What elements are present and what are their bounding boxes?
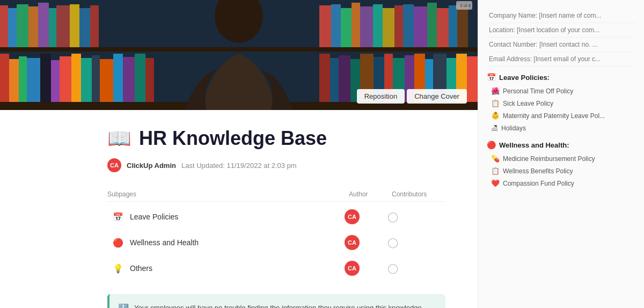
svg-rect-58	[457, 4, 468, 47]
svg-rect-29	[90, 5, 99, 47]
svg-rect-32	[339, 55, 350, 102]
wellness-benefits-icon: 📋	[491, 167, 500, 175]
updated-text: Last Updated: 11/19/2022 at 2:03 pm	[181, 162, 297, 170]
svg-rect-8	[40, 54, 51, 102]
medicine-icon: 💊	[491, 155, 500, 163]
wellness-section-header: 🔴 Wellness and Health:	[487, 141, 635, 149]
author-avatar-leave: CA	[345, 209, 360, 224]
info-text: Your employees will have no trouble find…	[134, 303, 437, 308]
svg-rect-30	[319, 54, 330, 102]
page-title: HR Knowledge Base	[139, 127, 327, 150]
right-sidebar: Company Name: [Insert name of com... Loc…	[478, 0, 644, 308]
contact-field: Contact Number: [Insert contact no. ...	[487, 38, 635, 52]
sidebar-item-compassion[interactable]: ❤️ Compassion Fund Policy	[487, 177, 635, 189]
holidays-label: Holidays	[501, 124, 526, 132]
company-name-field: Company Name: [Insert name of com...	[487, 9, 635, 23]
svg-rect-53	[403, 4, 414, 47]
page-title-row: 📖 HR Knowledge Base	[107, 127, 445, 150]
row-contributors-others: ◯	[387, 262, 441, 274]
contributor-icon-others: ◯	[387, 262, 398, 274]
svg-rect-55	[427, 3, 437, 47]
page-body: 📖 HR Knowledge Base CA ClickUp Admin Las…	[0, 110, 478, 308]
wellness-benefits-label: Wellness Benefits Policy	[503, 167, 573, 175]
svg-rect-48	[352, 3, 360, 47]
table-row[interactable]: 📅 Leave Policies CA ◯	[107, 204, 445, 230]
svg-rect-6	[19, 56, 27, 102]
sidebar-item-medicine[interactable]: 💊 Medicine Reimbursement Policy	[487, 152, 635, 165]
svg-rect-17	[135, 54, 145, 102]
svg-rect-31	[330, 58, 339, 102]
email-field: Email Address: [Insert email of your c..…	[487, 52, 635, 67]
svg-rect-5	[9, 59, 19, 102]
sidebar-item-pto[interactable]: 🌺 Personal Time Off Policy	[487, 85, 635, 97]
sidebar-item-maternity[interactable]: 👶 Maternity and Paternity Leave Pol...	[487, 109, 635, 122]
svg-rect-57	[449, 5, 457, 47]
svg-rect-20	[0, 5, 8, 47]
svg-rect-52	[394, 5, 403, 47]
row-name-leave: 📅 Leave Policies	[112, 210, 345, 223]
svg-rect-16	[123, 57, 135, 102]
svg-rect-50	[373, 4, 383, 47]
meta-row: CA ClickUp Admin Last Updated: 11/19/202…	[107, 158, 445, 172]
cover-image: 3 of 4 Reposition Change Cover	[0, 0, 478, 110]
wellness-section-icon: 🔴	[487, 141, 496, 149]
sidebar-item-holidays[interactable]: 🏖 Holidays	[487, 122, 635, 134]
svg-rect-49	[360, 6, 373, 47]
svg-rect-18	[145, 58, 154, 102]
reposition-button[interactable]: Reposition	[357, 89, 405, 104]
row-author-wellness: CA	[345, 235, 387, 250]
table-header: Subpages Author Contributors	[107, 187, 445, 202]
row-contributors-leave: ◯	[387, 211, 441, 223]
pto-icon: 🌺	[491, 87, 500, 95]
holidays-icon: 🏖	[491, 124, 498, 132]
author-avatar-others: CA	[345, 261, 360, 276]
col-contributors: Contributors	[392, 190, 445, 198]
svg-rect-54	[414, 6, 427, 47]
sick-label: Sick Leave Policy	[503, 100, 553, 107]
medicine-label: Medicine Reimbursement Policy	[503, 155, 595, 163]
svg-rect-3	[0, 54, 9, 102]
svg-rect-26	[56, 5, 70, 47]
col-author: Author	[349, 190, 392, 198]
svg-text:3 of 4: 3 of 4	[460, 3, 471, 8]
svg-rect-9	[51, 60, 60, 102]
row-icon-wellness: 🔴	[112, 236, 125, 249]
svg-rect-45	[319, 5, 331, 47]
table-row[interactable]: 💡 Others CA ◯	[107, 255, 445, 281]
row-icon-others: 💡	[112, 262, 125, 275]
leave-section-header: 📅 Leave Policies:	[487, 73, 635, 82]
svg-rect-15	[113, 54, 123, 102]
page-emoji: 📖	[107, 127, 131, 150]
row-author-leave: CA	[345, 209, 387, 224]
svg-rect-10	[60, 56, 71, 102]
subpages-table: Subpages Author Contributors 📅 Leave Pol…	[107, 187, 445, 281]
svg-rect-56	[437, 8, 449, 47]
maternity-icon: 👶	[491, 112, 500, 120]
row-label-others: Others	[130, 264, 152, 273]
svg-rect-2	[0, 47, 478, 52]
svg-rect-13	[92, 55, 100, 102]
svg-rect-11	[71, 54, 81, 102]
table-row[interactable]: 🔴 Wellness and Health CA ◯	[107, 230, 445, 255]
svg-rect-22	[17, 4, 28, 47]
author-name: ClickUp Admin	[127, 162, 176, 170]
contributor-icon-leave: ◯	[387, 211, 398, 223]
change-cover-button[interactable]: Change Cover	[407, 89, 467, 104]
svg-rect-25	[49, 8, 56, 47]
sick-icon: 📋	[491, 99, 500, 107]
leave-section-icon: 📅	[487, 73, 496, 82]
row-name-wellness: 🔴 Wellness and Health	[112, 236, 345, 249]
sidebar-item-sick[interactable]: 📋 Sick Leave Policy	[487, 97, 635, 109]
contributor-icon-wellness: ◯	[387, 237, 398, 248]
svg-rect-12	[81, 58, 92, 102]
sidebar-item-wellness-benefits[interactable]: 📋 Wellness Benefits Policy	[487, 165, 635, 177]
row-author-others: CA	[345, 261, 387, 276]
row-contributors-wellness: ◯	[387, 237, 441, 248]
row-label-wellness: Wellness and Health	[130, 238, 199, 247]
row-label-leave: Leave Policies	[130, 212, 178, 221]
svg-rect-44	[467, 56, 478, 102]
wellness-section-label: Wellness and Health:	[499, 141, 569, 149]
maternity-label: Maternity and Paternity Leave Pol...	[503, 112, 605, 120]
svg-rect-46	[331, 4, 341, 47]
info-icon: ℹ️	[118, 303, 129, 308]
